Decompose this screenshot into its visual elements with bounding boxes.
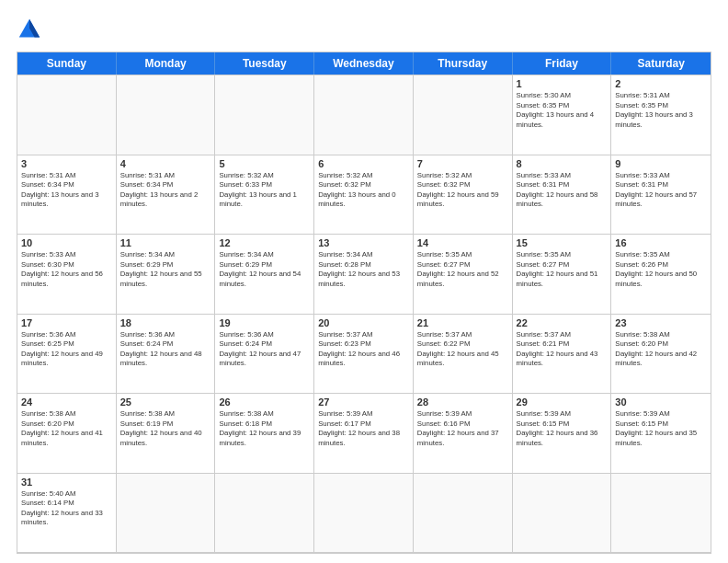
calendar-body: 1Sunrise: 5:30 AMSunset: 6:35 PMDaylight…: [17, 75, 711, 553]
day-info: Sunrise: 5:31 AMSunset: 6:34 PMDaylight:…: [21, 171, 112, 210]
day-number: 30: [615, 396, 707, 408]
cal-cell: 5Sunrise: 5:32 AMSunset: 6:33 PMDaylight…: [215, 155, 314, 235]
cal-cell: 22Sunrise: 5:37 AMSunset: 6:21 PMDayligh…: [513, 315, 612, 394]
header-cell-friday: Friday: [513, 52, 612, 75]
day-info: Sunrise: 5:40 AMSunset: 6:14 PMDaylight:…: [21, 489, 112, 528]
cal-cell: [414, 474, 513, 553]
week-row-6: 31Sunrise: 5:40 AMSunset: 6:14 PMDayligh…: [17, 473, 711, 554]
day-number: 16: [615, 237, 707, 248]
cal-cell: 8Sunrise: 5:33 AMSunset: 6:31 PMDaylight…: [513, 155, 612, 235]
cal-cell: 11Sunrise: 5:34 AMSunset: 6:29 PMDayligh…: [117, 235, 216, 314]
day-number: 19: [219, 317, 310, 328]
cal-cell: 9Sunrise: 5:33 AMSunset: 6:31 PMDaylight…: [611, 155, 711, 235]
cal-cell: 7Sunrise: 5:32 AMSunset: 6:32 PMDaylight…: [414, 155, 513, 235]
day-number: 18: [120, 317, 211, 328]
day-number: 15: [517, 237, 608, 248]
day-info: Sunrise: 5:37 AMSunset: 6:23 PMDaylight:…: [318, 330, 409, 369]
week-row-2: 3Sunrise: 5:31 AMSunset: 6:34 PMDaylight…: [17, 155, 711, 235]
day-number: 28: [417, 396, 508, 408]
page: SundayMondayTuesdayWednesdayThursdayFrid…: [0, 0, 728, 563]
cal-cell: 16Sunrise: 5:35 AMSunset: 6:26 PMDayligh…: [611, 235, 711, 314]
cal-cell: [117, 75, 216, 155]
cal-cell: 27Sunrise: 5:39 AMSunset: 6:17 PMDayligh…: [314, 394, 414, 473]
day-number: 8: [517, 158, 608, 169]
day-number: 24: [21, 396, 112, 408]
cal-cell: 21Sunrise: 5:37 AMSunset: 6:22 PMDayligh…: [414, 315, 513, 394]
day-info: Sunrise: 5:38 AMSunset: 6:19 PMDaylight:…: [120, 409, 211, 448]
day-number: 31: [21, 477, 112, 488]
day-info: Sunrise: 5:39 AMSunset: 6:15 PMDaylight:…: [615, 409, 707, 448]
day-info: Sunrise: 5:33 AMSunset: 6:30 PMDaylight:…: [21, 250, 112, 289]
day-number: 26: [219, 396, 310, 408]
cal-cell: 24Sunrise: 5:38 AMSunset: 6:20 PMDayligh…: [17, 394, 117, 473]
cal-cell: 29Sunrise: 5:39 AMSunset: 6:15 PMDayligh…: [513, 394, 612, 473]
cal-cell: 3Sunrise: 5:31 AMSunset: 6:34 PMDaylight…: [17, 155, 117, 235]
cal-cell: 18Sunrise: 5:36 AMSunset: 6:24 PMDayligh…: [117, 315, 216, 394]
day-number: 4: [120, 158, 211, 169]
day-info: Sunrise: 5:35 AMSunset: 6:27 PMDaylight:…: [417, 250, 508, 289]
cal-cell: [17, 75, 117, 155]
day-info: Sunrise: 5:35 AMSunset: 6:26 PMDaylight:…: [615, 250, 707, 289]
cal-cell: [215, 474, 314, 553]
day-number: 14: [417, 237, 508, 248]
day-info: Sunrise: 5:32 AMSunset: 6:32 PMDaylight:…: [318, 171, 409, 210]
day-number: 11: [120, 237, 211, 248]
cal-cell: [513, 474, 612, 553]
header-cell-thursday: Thursday: [414, 52, 513, 75]
day-info: Sunrise: 5:36 AMSunset: 6:25 PMDaylight:…: [21, 330, 112, 369]
day-info: Sunrise: 5:33 AMSunset: 6:31 PMDaylight:…: [615, 171, 707, 210]
cal-cell: [314, 474, 414, 553]
day-number: 22: [517, 317, 608, 328]
day-number: 13: [318, 237, 409, 248]
day-number: 17: [21, 317, 112, 328]
week-row-3: 10Sunrise: 5:33 AMSunset: 6:30 PMDayligh…: [17, 234, 711, 314]
day-info: Sunrise: 5:34 AMSunset: 6:28 PMDaylight:…: [318, 250, 409, 289]
header: [17, 17, 711, 42]
header-cell-saturday: Saturday: [611, 52, 711, 75]
day-number: 20: [318, 317, 409, 328]
day-info: Sunrise: 5:39 AMSunset: 6:17 PMDaylight:…: [318, 409, 409, 448]
week-row-5: 24Sunrise: 5:38 AMSunset: 6:20 PMDayligh…: [17, 393, 711, 473]
cal-cell: 17Sunrise: 5:36 AMSunset: 6:25 PMDayligh…: [17, 315, 117, 394]
day-number: 25: [120, 396, 211, 408]
day-number: 27: [318, 396, 409, 408]
cal-cell: 20Sunrise: 5:37 AMSunset: 6:23 PMDayligh…: [314, 315, 414, 394]
cal-cell: 12Sunrise: 5:34 AMSunset: 6:29 PMDayligh…: [215, 235, 314, 314]
cal-cell: 4Sunrise: 5:31 AMSunset: 6:34 PMDaylight…: [117, 155, 216, 235]
day-number: 23: [615, 317, 707, 328]
day-info: Sunrise: 5:37 AMSunset: 6:22 PMDaylight:…: [417, 330, 508, 369]
day-number: 5: [219, 158, 310, 169]
day-info: Sunrise: 5:30 AMSunset: 6:35 PMDaylight:…: [517, 91, 608, 130]
day-info: Sunrise: 5:35 AMSunset: 6:27 PMDaylight:…: [517, 250, 608, 289]
day-info: Sunrise: 5:34 AMSunset: 6:29 PMDaylight:…: [120, 250, 211, 289]
day-info: Sunrise: 5:39 AMSunset: 6:15 PMDaylight:…: [517, 409, 608, 448]
logo-icon: [17, 17, 42, 42]
cal-cell: [314, 75, 414, 155]
cal-cell: 26Sunrise: 5:38 AMSunset: 6:18 PMDayligh…: [215, 394, 314, 473]
logo: [17, 17, 46, 42]
day-info: Sunrise: 5:34 AMSunset: 6:29 PMDaylight:…: [219, 250, 310, 289]
day-number: 1: [517, 78, 608, 89]
calendar-header: SundayMondayTuesdayWednesdayThursdayFrid…: [17, 52, 711, 75]
header-cell-sunday: Sunday: [17, 52, 117, 75]
cal-cell: 13Sunrise: 5:34 AMSunset: 6:28 PMDayligh…: [314, 235, 414, 314]
day-number: 12: [219, 237, 310, 248]
day-info: Sunrise: 5:39 AMSunset: 6:16 PMDaylight:…: [417, 409, 508, 448]
day-number: 9: [615, 158, 707, 169]
header-cell-wednesday: Wednesday: [314, 52, 414, 75]
week-row-1: 1Sunrise: 5:30 AMSunset: 6:35 PMDaylight…: [17, 75, 711, 155]
cal-cell: [215, 75, 314, 155]
cal-cell: 23Sunrise: 5:38 AMSunset: 6:20 PMDayligh…: [611, 315, 711, 394]
day-number: 3: [21, 158, 112, 169]
header-cell-monday: Monday: [117, 52, 216, 75]
day-info: Sunrise: 5:36 AMSunset: 6:24 PMDaylight:…: [120, 330, 211, 369]
cal-cell: 25Sunrise: 5:38 AMSunset: 6:19 PMDayligh…: [117, 394, 216, 473]
cal-cell: 19Sunrise: 5:36 AMSunset: 6:24 PMDayligh…: [215, 315, 314, 394]
cal-cell: [414, 75, 513, 155]
cal-cell: 6Sunrise: 5:32 AMSunset: 6:32 PMDaylight…: [314, 155, 414, 235]
day-info: Sunrise: 5:31 AMSunset: 6:34 PMDaylight:…: [120, 171, 211, 210]
day-info: Sunrise: 5:38 AMSunset: 6:20 PMDaylight:…: [21, 409, 112, 448]
day-info: Sunrise: 5:37 AMSunset: 6:21 PMDaylight:…: [517, 330, 608, 369]
week-row-4: 17Sunrise: 5:36 AMSunset: 6:25 PMDayligh…: [17, 314, 711, 394]
cal-cell: 30Sunrise: 5:39 AMSunset: 6:15 PMDayligh…: [611, 394, 711, 473]
